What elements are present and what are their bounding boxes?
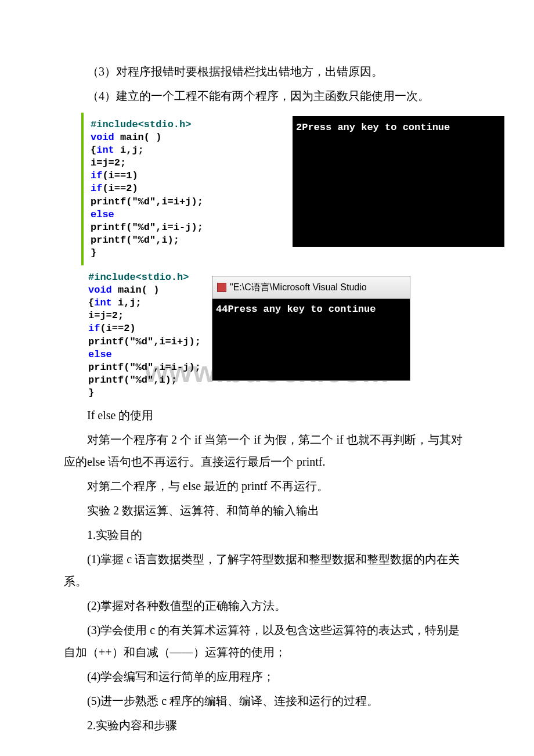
code-token: int — [96, 145, 114, 156]
code-token: { — [88, 297, 94, 308]
code-token: void — [88, 285, 112, 296]
code-token: i=j=2; — [88, 310, 124, 321]
console-title-text: "E:\C语言\Microsoft Visual Studio — [230, 279, 367, 296]
code-token: printf("%d",i); — [91, 235, 179, 246]
code-token: void — [91, 132, 114, 143]
code-token: #include — [88, 272, 136, 283]
code-token: printf("%d",i=i-j); — [91, 222, 203, 233]
paragraph: 对第二个程序，与 else 最近的 printf 不再运行。 — [64, 475, 470, 497]
code-token: int — [94, 297, 112, 308]
code-token: main( ) — [112, 285, 160, 296]
app-icon — [217, 283, 226, 292]
text: 对第一个程序有 2 个 if 当第一个 if 为假，第二个 if 也就不再判断，… — [64, 433, 463, 468]
code-token: } — [91, 247, 96, 258]
code-token: printf("%d",i=i+j); — [88, 336, 201, 347]
code-token: else — [91, 209, 114, 220]
code-token: (i==2) — [100, 323, 135, 334]
code-token: if — [91, 170, 102, 181]
paragraph: （3）对程序报错时要根据报错栏找出错地方，出错原因。 — [64, 60, 470, 82]
paragraph: （4）建立的一个工程不能有两个程序，因为主函数只能使用一次。 — [64, 85, 470, 107]
paragraph: (1)掌握 c 语言数据类型，了解字符型数据和整型数据和整型数据的内在关系。 — [64, 548, 470, 592]
paragraph: 2.实验内容和步骤 — [64, 714, 470, 736]
code-token: (i==2) — [102, 183, 138, 194]
code-token: #include — [91, 119, 138, 130]
code-token: i=j=2; — [91, 157, 126, 168]
paragraph: (3)学会使用 c 的有关算术运算符，以及包含这些运算符的表达式，特别是自加（+… — [64, 619, 470, 663]
code-token: if — [91, 183, 102, 194]
console-window-2: "E:\C语言\Microsoft Visual Studio 44Press … — [212, 276, 410, 381]
code-token: (i==1) — [102, 170, 138, 181]
code-token: else — [88, 349, 112, 360]
code-token: printf("%d",i); — [88, 375, 177, 386]
paragraph: 1.实验目的 — [64, 524, 470, 546]
code-token: { — [91, 145, 96, 156]
code-token: } — [88, 387, 94, 398]
code-token: i,j; — [114, 145, 144, 156]
code-token: main( ) — [114, 132, 162, 143]
code-token: if — [88, 323, 100, 334]
console-output-1: 2Press any key to continue — [293, 116, 504, 247]
paragraph: 对第一个程序有 2 个 if 当第一个 if 为假，第二个 if 也就不再判断，… — [64, 429, 470, 473]
text: (3)学会使用 c 的有关算术运算符，以及包含这些运算符的表达式，特别是自加（+… — [64, 624, 460, 658]
code-screenshot-2: #include<stdio.h> void main( ) {int i,j;… — [81, 271, 406, 399]
code-screenshot-1: #include<stdio.h> void main( ) {int i,j;… — [81, 113, 420, 265]
paragraph: If else 的使用 — [64, 404, 470, 426]
code-token: printf("%d",i=i-j); — [88, 362, 201, 373]
console-titlebar: "E:\C语言\Microsoft Visual Studio — [212, 276, 410, 299]
console-output-2: 44Press any key to continue — [212, 299, 410, 380]
code-token: printf("%d",i=i+j); — [91, 196, 203, 207]
code-token: <stdio.h> — [136, 272, 189, 283]
paragraph: (2)掌握对各种数值型的正确输入方法。 — [64, 595, 470, 617]
paragraph: (4)学会编写和运行简单的应用程序； — [64, 665, 470, 687]
code-token: <stdio.h> — [138, 119, 192, 130]
paragraph: 实验 2 数据运算、运算符、和简单的输入输出 — [64, 499, 470, 521]
document-page: （3）对程序报错时要根据报错栏找出错地方，出错原因。 （4）建立的一个工程不能有… — [0, 0, 534, 756]
paragraph: (5)进一步熟悉 c 程序的编辑、编译、连接和运行的过程。 — [64, 690, 470, 712]
code-token: i,j; — [112, 297, 142, 308]
